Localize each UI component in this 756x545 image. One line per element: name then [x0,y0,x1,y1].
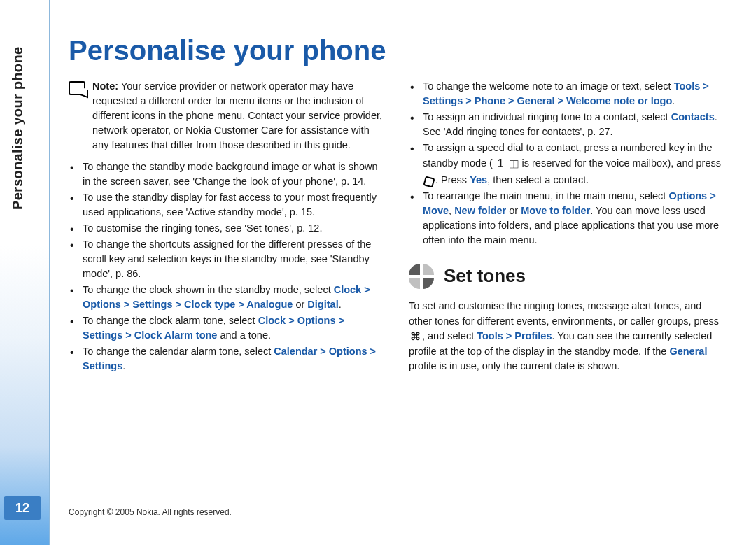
voicemail-icon: ⌷⌷ [509,157,517,171]
key-1-icon: 1 [497,155,503,173]
set-tones-paragraph: To set and customise the ringing tones, … [409,299,724,373]
list-item: To assign an individual ringing tone to … [409,110,724,139]
list-item: To change the shortcuts assigned for the… [69,237,384,281]
list-item: To change the standby mode background im… [69,160,384,189]
list-item: To customise the ringing tones, see 'Set… [69,221,384,236]
column-left: Note: Your service provider or network o… [69,79,384,375]
list-item: To assign a speed dial to a contact, pre… [409,141,724,187]
note-block: Note: Your service provider or network o… [69,79,384,153]
page-number: 12 [4,496,41,520]
page-content: Personalise your phone Note: Your servic… [69,35,734,375]
scroll-key-icon [423,176,435,187]
list-item: To use the standby display for fast acce… [69,190,384,220]
list-item: To change the calendar alarm tone, selec… [69,344,384,374]
list-item: To change the welcome note to an image o… [409,79,724,108]
copyright-footer: Copyright © 2005 Nokia. All rights reser… [69,507,232,517]
list-item: To rearrange the main menu, in the main … [409,189,724,248]
note-text: Note: Your service provider or network o… [92,79,384,153]
left-bullet-list: To change the standby mode background im… [69,160,384,374]
menu-key-icon: ⌘ [410,329,421,344]
right-bullet-list: To change the welcome note to an image o… [409,79,724,248]
section-heading-set-tones: Set tones [409,263,724,290]
side-tab-label: Personalise your phone [10,47,26,210]
list-item: To change the clock alarm tone, select C… [69,313,384,343]
section-title: Set tones [444,263,526,290]
page-title: Personalise your phone [69,35,734,66]
list-item: To change the clock shown in the standby… [69,283,384,312]
note-icon [69,81,85,95]
rail-divider [49,0,50,545]
column-right: To change the welcome note to an image o… [409,79,724,375]
profiles-icon [409,264,434,289]
